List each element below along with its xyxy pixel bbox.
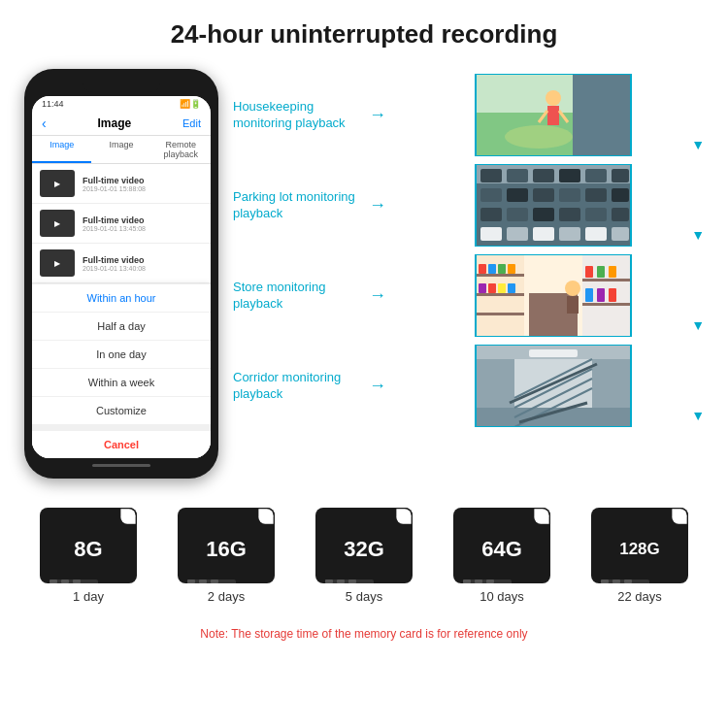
svg-rect-44	[508, 264, 515, 274]
svg-rect-4	[547, 106, 559, 125]
svg-rect-57	[609, 266, 616, 278]
sd-cards-row: 8G 1 day 16G 2 days 32G	[19, 508, 709, 604]
sd-card-16g: 16G	[178, 508, 275, 583]
video-title-2: Full-time video	[83, 215, 203, 225]
note-section: Note: The storage time of the memory car…	[0, 621, 728, 660]
svg-point-7	[505, 125, 573, 149]
phone-mockup: 11:44 📶🔋 ‹ Image Edit Image Image Remote…	[24, 69, 218, 479]
svg-rect-23	[480, 208, 502, 221]
monitoring-item-housekeeping: Housekeeping monitoring playback → ▼	[233, 74, 709, 156]
sd-size-label-64g: 64G	[481, 529, 522, 562]
dropdown-item-one-day[interactable]: In one day	[32, 341, 211, 369]
svg-rect-28	[612, 208, 629, 221]
corner-arrow-housekeeping: ▼	[691, 137, 705, 152]
sd-notch-32g	[325, 579, 374, 583]
svg-rect-26	[559, 208, 580, 221]
phone-status-bar: 11:44 📶🔋	[32, 96, 211, 112]
svg-rect-56	[597, 266, 605, 278]
svg-rect-2	[573, 74, 631, 156]
sd-notch-16g	[187, 579, 236, 583]
svg-rect-11	[480, 169, 502, 182]
svg-rect-58	[585, 288, 593, 302]
svg-rect-32	[559, 227, 580, 241]
dropdown-item-within-hour[interactable]: Within an hour	[32, 284, 211, 313]
dropdown-cancel-button[interactable]: Cancel	[32, 425, 211, 458]
svg-rect-42	[488, 264, 496, 274]
sd-card-item-16g: 16G 2 days	[178, 508, 275, 604]
video-date-3: 2019-01-01 13:40:08	[83, 265, 203, 272]
tab-image2[interactable]: Image	[91, 136, 150, 163]
tab-remote-playback[interactable]: Remote playback	[151, 136, 211, 163]
svg-rect-33	[585, 227, 607, 241]
svg-rect-19	[533, 188, 554, 202]
svg-rect-34	[612, 227, 629, 241]
sd-days-64g: 10 days	[480, 589, 524, 604]
monitoring-image-housekeeping: ▼	[398, 74, 709, 156]
video-item-1[interactable]: Full-time video 2019-01-01 15:88:08	[32, 164, 211, 204]
svg-rect-24	[507, 208, 528, 221]
video-item-2[interactable]: Full-time video 2019-01-01 13:45:08	[32, 204, 211, 244]
svg-rect-54	[582, 303, 631, 306]
sd-days-32g: 5 days	[346, 589, 382, 604]
sd-days-128g: 22 days	[617, 589, 662, 604]
svg-rect-20	[559, 188, 580, 202]
phone-notch	[83, 79, 160, 92]
monitoring-arrow-corridor: →	[369, 376, 388, 396]
sd-card-item-128g: 128G 22 days	[591, 508, 688, 604]
svg-rect-12	[507, 169, 528, 182]
main-content: 11:44 📶🔋 ‹ Image Edit Image Image Remote…	[0, 59, 728, 488]
sd-days-16g: 2 days	[208, 589, 245, 604]
sd-card-8g: 8G	[40, 508, 137, 583]
video-thumbnail-1	[40, 170, 75, 197]
sd-cards-section: 8G 1 day 16G 2 days 32G	[0, 488, 728, 621]
video-title-1: Full-time video	[83, 176, 203, 185]
svg-rect-55	[585, 266, 593, 278]
tab-image[interactable]: Image	[32, 136, 91, 163]
svg-point-50	[565, 281, 580, 296]
sd-notch-64g	[463, 579, 512, 583]
phone-back-button[interactable]: ‹	[42, 116, 47, 131]
phone-nav-bar: ‹ Image Edit	[32, 112, 211, 136]
svg-rect-48	[508, 283, 515, 293]
sd-days-8g: 1 day	[73, 589, 104, 604]
svg-point-3	[546, 90, 561, 106]
monitoring-image-corridor: ▼	[398, 345, 709, 427]
monitoring-item-corridor: Corridor monitoring playback →	[233, 345, 709, 427]
monitoring-label-store: Store monitoring playback	[233, 280, 359, 313]
sd-card-item-32g: 32G 5 days	[315, 508, 413, 604]
phone-icons: 📶🔋	[180, 99, 201, 109]
svg-rect-22	[612, 188, 629, 202]
svg-rect-27	[585, 208, 607, 221]
svg-rect-18	[507, 188, 528, 202]
svg-rect-40	[476, 313, 524, 315]
video-date-2: 2019-01-01 13:45:08	[83, 225, 203, 232]
sd-notch-128g	[601, 579, 649, 583]
video-info-1: Full-time video 2019-01-01 15:88:08	[83, 176, 203, 192]
svg-rect-31	[533, 227, 554, 241]
video-info-3: Full-time video 2019-01-01 13:40:08	[83, 255, 203, 272]
dropdown-item-week[interactable]: Within a week	[32, 369, 211, 397]
svg-rect-21	[585, 188, 607, 202]
svg-rect-59	[597, 288, 605, 302]
phone-screen-title: Image	[98, 116, 132, 130]
dropdown-item-half-day[interactable]: Half a day	[32, 313, 211, 341]
video-date-1: 2019-01-01 15:88:08	[83, 185, 203, 192]
monitoring-image-parking: ▼	[398, 164, 709, 247]
phone-edit-button[interactable]: Edit	[182, 117, 201, 129]
sd-size-label-8g: 8G	[74, 529, 102, 562]
sd-card-32g: 32G	[315, 508, 413, 583]
video-item-3[interactable]: Full-time video 2019-01-01 13:40:08	[32, 244, 211, 283]
sd-size-label-32g: 32G	[344, 529, 384, 562]
phone-home-indicator	[92, 464, 150, 467]
svg-rect-17	[480, 188, 502, 202]
sd-card-item-64g: 64G 10 days	[453, 508, 550, 604]
dropdown-item-customize[interactable]: Customize	[32, 397, 211, 425]
phone-tabs: Image Image Remote playback	[32, 136, 211, 164]
monitoring-label-corridor: Corridor monitoring playback	[233, 370, 359, 403]
corner-arrow-store: ▼	[691, 317, 705, 333]
corner-arrow-corridor: ▼	[691, 408, 705, 423]
note-text: Note: The storage time of the memory car…	[19, 627, 709, 641]
svg-rect-41	[479, 264, 486, 274]
svg-rect-25	[533, 208, 554, 221]
monitoring-item-store: Store monitoring playback →	[233, 254, 709, 337]
